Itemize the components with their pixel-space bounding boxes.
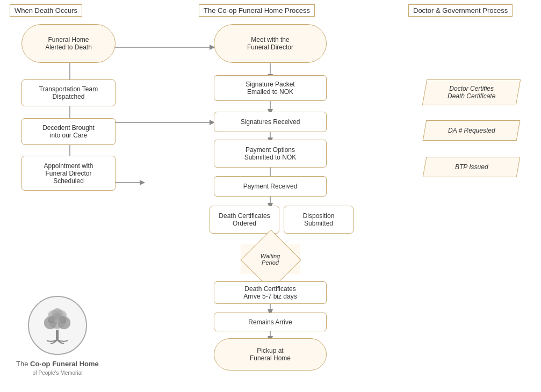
node-decedent-brought: Decedent Broughtinto our Care bbox=[21, 118, 116, 145]
section-coop-process: The Co-op Funeral Home Process bbox=[199, 4, 315, 17]
node-death-certs-ordered: Death CertificatesOrdered bbox=[210, 206, 279, 234]
node-disposition-submitted: DispositionSubmitted bbox=[284, 206, 354, 234]
diagram-container: When Death Occurs The Co-op Funeral Home… bbox=[0, 0, 541, 392]
logo-subtext: of People's Memorial bbox=[32, 370, 82, 376]
node-signatures-received: Signatures Received bbox=[214, 112, 327, 132]
node-pickup-funeral-home: Pickup atFuneral Home bbox=[214, 338, 327, 371]
node-appointment-scheduled: Appointment withFuneral DirectorSchedule… bbox=[21, 156, 116, 191]
svg-marker-6 bbox=[140, 180, 145, 185]
svg-rect-25 bbox=[56, 330, 59, 340]
node-da-requested: DA # Requested bbox=[423, 120, 521, 141]
node-death-certs-arrive: Death CertificatesArrive 5-7 biz days bbox=[214, 281, 327, 304]
node-remains-arrive: Remains Arrive bbox=[214, 313, 327, 331]
logo-area: The Co-op Funeral Home of People's Memor… bbox=[16, 296, 99, 376]
section-when-death: When Death Occurs bbox=[10, 4, 82, 17]
logo-text: The Co-op Funeral Home bbox=[16, 359, 99, 369]
node-payment-options: Payment OptionsSubmitted to NOK bbox=[214, 140, 327, 168]
node-waiting-period: WaitingPeriod bbox=[241, 244, 300, 274]
node-transport-dispatched: Transportation TeamDispatched bbox=[21, 79, 116, 106]
node-btp-issued: BTP Issued bbox=[423, 157, 521, 177]
node-payment-received: Payment Received bbox=[214, 176, 327, 197]
tree-icon bbox=[34, 302, 80, 348]
logo-circle bbox=[28, 296, 87, 355]
section-doctor-govt: Doctor & Government Process bbox=[408, 4, 513, 17]
svg-point-34 bbox=[53, 313, 61, 321]
node-meet-funeral-director: Meet with theFuneral Director bbox=[214, 24, 327, 63]
node-funeral-home-alerted: Funeral HomeAlerted to Death bbox=[21, 24, 116, 63]
node-doctor-certifies: Doctor CertifiesDeath Certificate bbox=[422, 79, 521, 105]
node-signature-packet: Signature PacketEmailed to NOK bbox=[214, 75, 327, 101]
